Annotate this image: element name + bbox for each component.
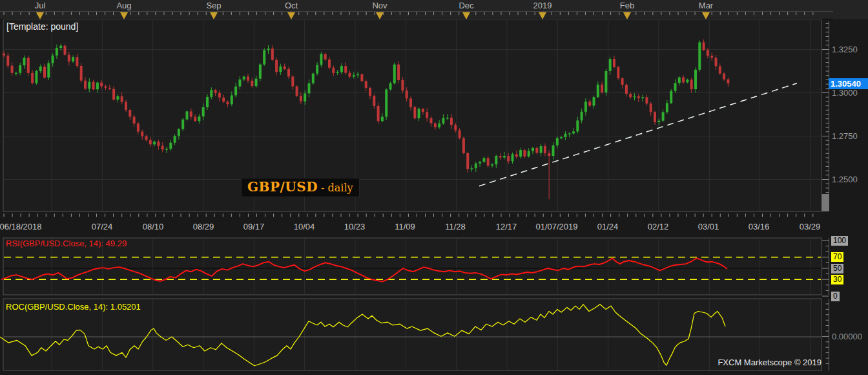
rsi-axis[interactable] bbox=[822, 238, 868, 295]
marketscope-window: [Template: pound] GBP/USD- daily RSI(GBP… bbox=[0, 0, 868, 375]
chart-canvas[interactable] bbox=[0, 0, 868, 375]
price-axis[interactable] bbox=[822, 19, 868, 211]
bottom-date-axis[interactable] bbox=[0, 213, 833, 238]
roc-axis[interactable] bbox=[822, 299, 868, 370]
